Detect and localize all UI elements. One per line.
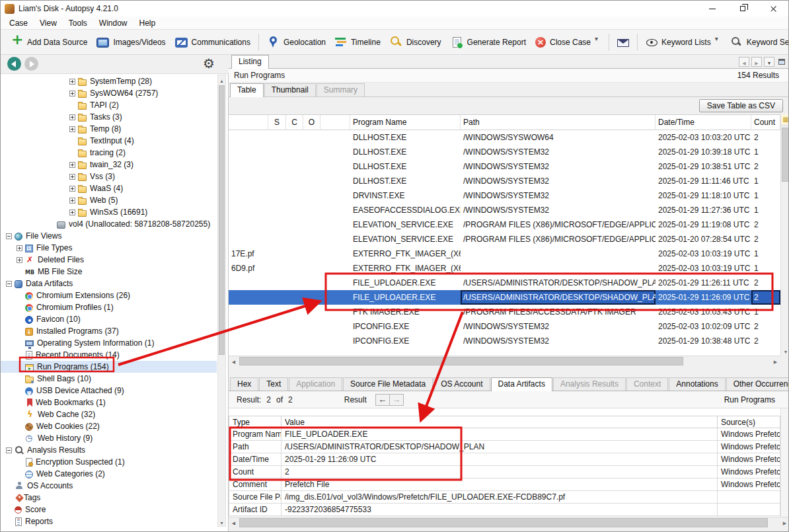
content-tab-data-artifacts[interactable]: Data Artifacts (491, 377, 552, 391)
tree-item-recent-documents-14[interactable]: Recent Documents (14) (1, 349, 217, 361)
view-tab-table[interactable]: Table (230, 83, 264, 97)
scroll-up-button[interactable] (218, 75, 225, 84)
table-row[interactable]: IPCONFIG.EXE/WINDOWS/SYSTEM322025-01-29 … (229, 334, 780, 348)
details-row[interactable]: Count2Windows Prefetch (229, 466, 780, 478)
tree-item-systemtemp-28[interactable]: SystemTemp (28) (1, 75, 217, 87)
tree-item-waas-4[interactable]: WaaS (4) (1, 182, 217, 194)
panel-splitter[interactable] (229, 366, 789, 377)
tree-vertical-scrollbar[interactable] (217, 75, 226, 527)
save-table-csv-button[interactable]: Save Table as CSV (699, 99, 783, 112)
table-row[interactable]: ELEVATION_SERVICE.EXE/PROGRAM FILES (X86… (229, 232, 780, 247)
content-tab-analysis-results[interactable]: Analysis Results (553, 377, 626, 391)
column-header-program-name[interactable]: Program Name (350, 115, 461, 130)
column-header-path[interactable]: Path (461, 115, 656, 130)
tree-item-web-history-9[interactable]: Web History (9) (1, 432, 217, 444)
results-horizontal-scrollbar[interactable] (229, 356, 780, 366)
menu-help[interactable]: Help (133, 17, 162, 29)
tree-item-chromium-extensions-26[interactable]: Chromium Extensions (26) (1, 289, 217, 301)
scroll-right-button[interactable] (770, 356, 780, 367)
tree-item-mb-file-size[interactable]: MB File Size (1, 266, 217, 278)
next-page-button[interactable] (751, 57, 762, 67)
tree-item-vss-3[interactable]: Vss (3) (1, 171, 217, 182)
column-header-blank-4[interactable] (320, 115, 350, 130)
expand-icon[interactable] (69, 186, 75, 192)
tree-item-analysis-results[interactable]: Analysis Results (1, 444, 217, 456)
content-tab-annotations[interactable]: Annotations (669, 377, 725, 391)
column-header-date-time[interactable]: Date/Time (656, 115, 751, 130)
table-row[interactable]: FTK IMAGER.EXE/PROGRAM FILES/ACCESSDATA/… (229, 305, 780, 319)
scrollbar-thumb[interactable] (239, 357, 683, 365)
tree-item-tracing-2[interactable]: tracing (2) (1, 147, 217, 159)
table-row[interactable]: IPCONFIG.EXE/WINDOWS/SYSTEM322025-02-03 … (229, 319, 780, 334)
tree-item-web-cookies-22[interactable]: Web Cookies (22) (1, 420, 217, 432)
scrollbar-thumb[interactable] (239, 518, 768, 527)
table-row[interactable]: DLLHOST.EXE/WINDOWS/SYSTEM322025-01-29 1… (229, 159, 780, 174)
scrollbar-thumb[interactable] (782, 128, 789, 182)
tree-item-encryption-suspected-1[interactable]: Encryption Suspected (1) (1, 456, 217, 468)
tree-item-file-views[interactable]: File Views (1, 230, 217, 242)
table-row[interactable]: DRVINST.EXE/WINDOWS/SYSTEM322025-01-29 1… (229, 188, 780, 203)
column-header-blank-0[interactable] (229, 115, 268, 130)
table-row[interactable]: 17E.pfEXTERRO_FTK_IMAGER_(X64)-4.7.2025-… (229, 247, 780, 261)
expand-icon[interactable] (69, 162, 75, 168)
float-window-button[interactable] (776, 57, 787, 67)
tree-item-temp-8[interactable]: Temp (8) (1, 123, 217, 135)
content-tab-os-account[interactable]: OS Account (433, 377, 490, 391)
tree-item-score[interactable]: Score (1, 504, 217, 515)
details-horizontal-scrollbar[interactable] (229, 517, 789, 528)
content-tab-other-occurrences[interactable]: Other Occurrences (726, 377, 789, 391)
tab-list-dropdown-button[interactable] (764, 57, 774, 67)
expand-icon[interactable] (69, 126, 75, 132)
details-row[interactable]: Date/Time2025-01-29 11:26:09 UTCWindows … (229, 453, 780, 466)
column-header-c[interactable]: C (286, 115, 303, 130)
toolbar-timeline-button[interactable]: Timeline (330, 34, 385, 50)
mail-button[interactable] (613, 35, 634, 49)
table-row[interactable]: FILE_UPLOADER.EXE/USERS/ADMINISTRATOR/DE… (229, 290, 780, 305)
next-result-button[interactable] (389, 394, 404, 406)
content-tab-text[interactable]: Text (259, 377, 288, 391)
table-row[interactable]: 6D9.pfEXTERRO_FTK_IMAGER_(X64)-4.7.2025-… (229, 261, 780, 276)
tree-item-usb-device-attached-9[interactable]: USB Device Attached (9) (1, 385, 217, 397)
column-header-o[interactable]: O (303, 115, 320, 130)
details-row[interactable]: Path/USERS/ADMINISTRATOR/DESKTOP/SHADOW_… (229, 441, 780, 453)
toolbar-communications-button[interactable]: Communications (170, 34, 255, 50)
column-header-count[interactable]: Count (751, 115, 780, 130)
expand-icon[interactable] (69, 79, 75, 85)
expand-icon[interactable] (69, 91, 75, 96)
menu-window[interactable]: Window (93, 17, 133, 29)
expand-icon[interactable] (17, 245, 22, 251)
tree-item-operating-system-information-1[interactable]: Operating System Information (1) (1, 337, 217, 349)
content-tab-application[interactable]: Application (289, 377, 342, 391)
tree-item-installed-programs-37[interactable]: Installed Programs (37) (1, 325, 217, 337)
scroll-down-button[interactable] (781, 346, 789, 356)
tree-item-syswow64-2757[interactable]: SysWOW64 (2757) (1, 87, 217, 99)
content-tab-source-file-metadata[interactable]: Source File Metadata (343, 377, 433, 391)
scroll-left-button[interactable] (229, 356, 239, 367)
table-row[interactable]: EASEOFACCESSDIALOG.EXE/WINDOWS/SYSTEM322… (229, 203, 780, 217)
menu-view[interactable]: View (34, 17, 63, 29)
tree-item-shell-bags-10[interactable]: Shell Bags (10) (1, 373, 217, 385)
tree-item-run-programs-154[interactable]: Run Programs (154) (1, 361, 217, 373)
toolbar-close-case-button[interactable]: Close Case (531, 34, 605, 50)
minimize-button[interactable] (697, 1, 728, 17)
expand-icon[interactable] (69, 174, 75, 180)
tree-item-data-artifacts[interactable]: Data Artifacts (1, 278, 217, 289)
restore-button[interactable] (728, 1, 758, 17)
tree-item-favicon-10[interactable]: Favicon (10) (1, 313, 217, 325)
tree-item-chromium-profiles-1[interactable]: Chromium Profiles (1) (1, 301, 217, 313)
menu-tools[interactable]: Tools (63, 17, 93, 29)
table-row[interactable]: DLLHOST.EXE/WINDOWS/SYSTEM322025-01-29 1… (229, 174, 780, 188)
tree-item-winsxs-16691[interactable]: WinSxS (16691) (1, 206, 217, 218)
expand-icon[interactable] (69, 209, 75, 215)
column-chooser-button[interactable] (781, 114, 789, 126)
menu-case[interactable]: Case (3, 17, 34, 29)
scroll-left-button[interactable] (229, 517, 239, 528)
content-tab-hex[interactable]: Hex (230, 377, 258, 391)
toolbar-add-data-source-button[interactable]: Add Data Source (6, 34, 92, 50)
close-button[interactable] (758, 1, 788, 17)
collapse-icon[interactable] (6, 281, 12, 287)
scroll-right-button[interactable] (780, 517, 789, 528)
results-vertical-scrollbar[interactable] (780, 114, 789, 356)
view-tab-thumbnail[interactable]: Thumbnail (264, 83, 316, 96)
keyword-search-button[interactable]: Keyword Search (726, 34, 789, 50)
